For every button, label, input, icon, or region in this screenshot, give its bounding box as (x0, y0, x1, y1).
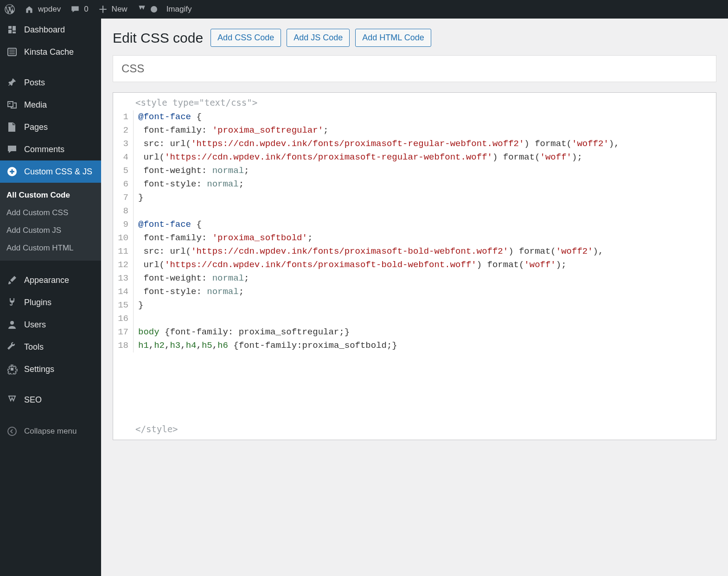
sidebar-item-label: Posts (24, 78, 45, 88)
imagify-label: Imagify (166, 5, 192, 14)
sidebar-item-label: Tools (24, 342, 44, 352)
admin-bar: wpdev 0 New Imagify (0, 0, 728, 19)
sidebar-item-label: Users (24, 320, 46, 330)
yoast-icon (137, 4, 147, 14)
site-name-link[interactable]: wpdev (24, 4, 61, 14)
editor-close-tag: </style> (135, 424, 178, 434)
sidebar-item-label: Pages (24, 122, 48, 132)
sidebar-item-label: Custom CSS & JS (24, 167, 92, 177)
sidebar-item-tools[interactable]: Tools (0, 336, 101, 358)
sidebar-item-media[interactable]: Media (0, 94, 101, 116)
admin-sidebar: DashboardKinsta CachePostsMediaPagesComm… (0, 19, 101, 576)
add-js-code-button[interactable]: Add JS Code (287, 29, 350, 47)
wp-logo[interactable] (5, 4, 15, 14)
status-dot-icon (151, 6, 157, 13)
brush-icon (6, 275, 18, 286)
kinsta-icon (6, 46, 18, 58)
sidebar-item-label: Settings (24, 365, 54, 374)
add-html-code-button[interactable]: Add HTML Code (355, 29, 431, 47)
wordpress-icon (5, 4, 15, 14)
sidebar-item-label: Dashboard (24, 25, 65, 35)
sidebar-item-label: Kinsta Cache (24, 47, 74, 57)
yoast-link[interactable] (137, 4, 157, 14)
sidebar-item-custom-css-js[interactable]: Custom CSS & JS (0, 160, 101, 183)
code-lines[interactable]: @font-face { font-family: 'proxima_softr… (134, 110, 716, 352)
page-title: Edit CSS code (113, 30, 203, 46)
plug-icon (6, 297, 18, 308)
site-name-label: wpdev (38, 5, 61, 14)
submenu-item-add-custom-js[interactable]: Add Custom JS (0, 222, 101, 239)
title-input[interactable]: CSS (113, 55, 716, 82)
sidebar-item-kinsta-cache[interactable]: Kinsta Cache (0, 41, 101, 63)
submenu-item-all-custom-code[interactable]: All Custom Code (0, 186, 101, 204)
collapse-icon (6, 426, 18, 437)
new-content-link[interactable]: New (98, 4, 128, 14)
pin-icon (6, 77, 18, 88)
svg-rect-4 (11, 368, 13, 371)
sidebar-item-settings[interactable]: Settings (0, 358, 101, 380)
sidebar-submenu: All Custom CodeAdd Custom CSSAdd Custom … (0, 183, 101, 261)
line-gutter: 123456789101112131415161718 (113, 110, 134, 352)
sidebar-item-seo[interactable]: SEO (0, 389, 101, 411)
new-label: New (112, 5, 128, 14)
seo-icon (6, 394, 18, 405)
media-icon (6, 99, 18, 110)
sidebar-item-label: SEO (24, 395, 42, 405)
plus-icon (98, 4, 108, 14)
wrench-icon (6, 341, 18, 352)
svg-point-1 (9, 103, 11, 104)
comments-link[interactable]: 0 (70, 4, 88, 14)
submenu-item-add-custom-html[interactable]: Add Custom HTML (0, 239, 101, 257)
submenu-item-add-custom-css[interactable]: Add Custom CSS (0, 204, 101, 222)
plus-icon (6, 166, 18, 177)
sidebar-item-label: Plugins (24, 298, 51, 307)
sidebar-item-label: Comments (24, 145, 64, 154)
svg-point-3 (10, 321, 14, 325)
collapse-menu-button[interactable]: Collapse menu (0, 419, 101, 443)
page-title-bar: Edit CSS code Add CSS Code Add JS Code A… (113, 29, 716, 47)
sidebar-item-users[interactable]: Users (0, 314, 101, 336)
imagify-link[interactable]: Imagify (166, 5, 192, 14)
editor-open-tag: <style type="text/css"> (113, 93, 716, 110)
comment-icon (70, 4, 80, 14)
user-icon (6, 319, 18, 330)
main-content: Edit CSS code Add CSS Code Add JS Code A… (101, 19, 728, 576)
sidebar-item-comments[interactable]: Comments (0, 138, 101, 160)
dashboard-icon (6, 24, 18, 35)
code-editor[interactable]: <style type="text/css"> 1234567891011121… (113, 92, 716, 440)
sidebar-item-posts[interactable]: Posts (0, 71, 101, 94)
code-area[interactable]: 123456789101112131415161718 @font-face {… (113, 110, 716, 352)
comment-icon (6, 144, 18, 155)
sidebar-item-plugins[interactable]: Plugins (0, 291, 101, 314)
sidebar-item-dashboard[interactable]: Dashboard (0, 19, 101, 41)
comments-count: 0 (84, 5, 88, 14)
pages-icon (6, 122, 18, 133)
add-css-code-button[interactable]: Add CSS Code (211, 29, 281, 47)
collapse-label: Collapse menu (24, 427, 77, 436)
home-icon (24, 4, 34, 14)
settings-icon (6, 364, 18, 375)
sidebar-item-pages[interactable]: Pages (0, 116, 101, 138)
sidebar-item-label: Media (24, 100, 47, 110)
sidebar-item-appearance[interactable]: Appearance (0, 269, 101, 291)
sidebar-item-label: Appearance (24, 275, 69, 285)
svg-point-5 (8, 427, 16, 435)
